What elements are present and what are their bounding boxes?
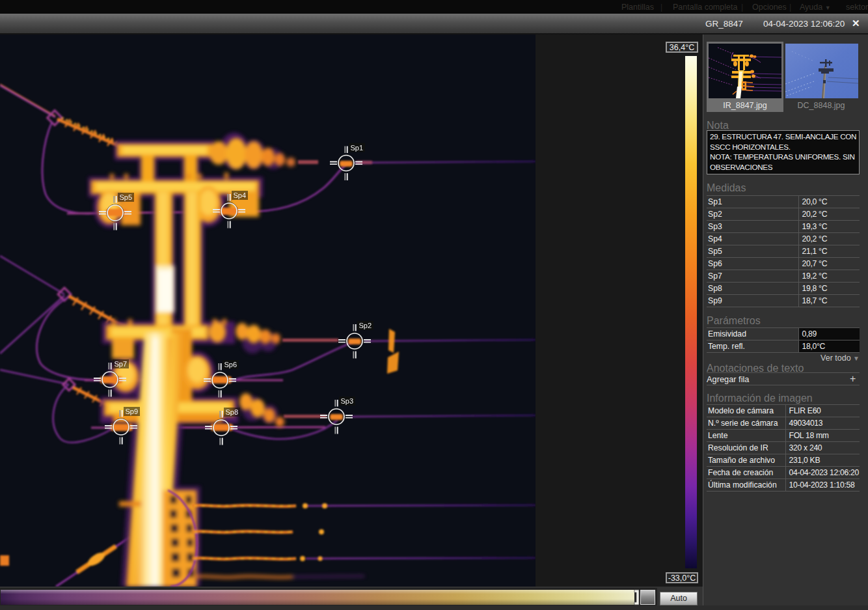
svg-text:Sp4: Sp4 [234,191,247,199]
svg-text:Sp9: Sp9 [126,408,139,415]
svg-text:Sp7: Sp7 [115,360,128,368]
svg-text:Sp2: Sp2 [359,322,372,329]
svg-text:Sp6: Sp6 [224,361,237,368]
svg-text:Sp1: Sp1 [351,144,364,152]
svg-text:Sp8: Sp8 [226,408,239,416]
svg-text:Sp5: Sp5 [120,193,133,201]
svg-text:Sp3: Sp3 [341,397,354,405]
